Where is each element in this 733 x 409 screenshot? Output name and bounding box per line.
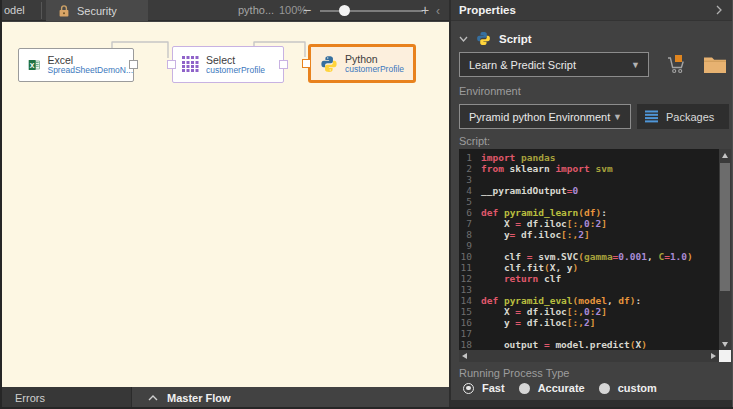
flow-canvas[interactable]: X Excel SpreadSheetDemoN... Select custo… <box>2 22 449 387</box>
code-line[interactable]: 8 y= df.iloc[:,2] <box>459 229 719 240</box>
environment-label: Environment <box>459 85 521 97</box>
properties-header: Properties <box>451 0 732 21</box>
packages-button[interactable]: Packages <box>637 104 729 129</box>
dropdown-caret-icon: ▼ <box>613 112 622 122</box>
marketplace-button[interactable] <box>665 53 687 79</box>
shopping-cart-icon <box>665 53 687 75</box>
input-port[interactable] <box>302 59 311 68</box>
script-type-value: Learn & Predict Script <box>469 59 576 71</box>
collapse-left-icon[interactable]: ‹ <box>436 4 440 18</box>
code-line[interactable]: 11 clf.fit(X, y) <box>459 262 719 273</box>
node-subtitle: customerProfile <box>206 66 265 76</box>
zoom-slider-thumb[interactable] <box>339 5 350 16</box>
radio-label: custom <box>618 382 657 394</box>
environment-value: Pyramid python Environment <box>469 111 610 123</box>
radio-option-accurate[interactable]: Accurate <box>519 382 585 394</box>
top-toolbar: odel Security pytho... 100% − + ‹ <box>2 0 449 21</box>
security-button[interactable]: Security <box>46 0 148 21</box>
radio-label: Accurate <box>538 382 585 394</box>
scroll-up-icon[interactable] <box>722 153 728 158</box>
scroll-right-icon[interactable] <box>711 353 716 359</box>
script-section-header[interactable]: Script <box>459 31 532 46</box>
horizontal-scrollbar[interactable] <box>459 350 719 362</box>
svg-text:X: X <box>30 62 35 69</box>
radio-option-custom[interactable]: custom <box>599 382 657 394</box>
list-icon <box>645 110 659 123</box>
code-line[interactable]: 15 X = df.iloc[:,0:2] <box>459 306 719 317</box>
chevron-up-icon <box>148 395 158 401</box>
chevron-right-icon[interactable] <box>716 5 722 15</box>
code-line[interactable]: 13 <box>459 284 719 295</box>
code-line[interactable]: 10 clf = svm.SVC(gamma=0.001, C=1.0) <box>459 251 719 262</box>
radio-unselected-icon[interactable] <box>599 383 610 394</box>
excel-icon: X <box>28 56 40 74</box>
code-line[interactable]: 12 return clf <box>459 273 719 284</box>
code-line[interactable]: 18 output = model.predict(X) <box>459 339 719 350</box>
zoom-in-button[interactable]: + <box>421 2 429 18</box>
running-process-type-label: Running Process Type <box>459 367 569 379</box>
vertical-scrollbar-thumb[interactable] <box>720 163 730 291</box>
code-line[interactable]: 1import pandas <box>459 152 719 163</box>
node-title: Select <box>206 54 265 66</box>
python-icon <box>476 31 491 46</box>
panel-bottom-strip <box>451 400 732 409</box>
master-flow-tab[interactable]: Master Flow <box>148 387 231 409</box>
input-port[interactable] <box>167 60 176 69</box>
toolbar-separator <box>41 2 42 19</box>
errors-label: Errors <box>15 392 45 404</box>
code-line[interactable]: 9 <box>459 240 719 251</box>
bottom-bar: Errors Master Flow <box>2 387 449 409</box>
model-menu-label[interactable]: odel <box>4 4 25 16</box>
script-code-editor[interactable]: 1import pandas2from sklearn import svm34… <box>459 149 731 362</box>
environment-dropdown[interactable]: Pyramid python Environment ▼ <box>459 104 631 129</box>
script-section-title: Script <box>499 33 532 45</box>
node-select[interactable]: Select customerProfile <box>172 46 284 83</box>
node-python-selected[interactable]: Python customerProfile <box>308 44 416 83</box>
folder-icon <box>703 55 727 74</box>
node-title: Python <box>345 53 404 65</box>
properties-title: Properties <box>459 4 516 16</box>
packages-label: Packages <box>666 111 714 123</box>
code-lines[interactable]: 1import pandas2from sklearn import svm34… <box>459 149 719 350</box>
script-type-dropdown[interactable]: Learn & Predict Script ▼ <box>459 52 649 77</box>
running-process-options: FastAccuratecustom <box>463 382 657 394</box>
master-flow-label: Master Flow <box>167 392 231 404</box>
lock-icon <box>58 4 70 18</box>
radio-selected-icon[interactable] <box>463 383 474 394</box>
properties-panel: Properties Script Learn & Predict Script… <box>449 0 733 409</box>
flow-tab-label[interactable]: pytho... <box>238 4 274 16</box>
chevron-down-icon <box>459 36 468 42</box>
code-line[interactable]: 3 <box>459 174 719 185</box>
dropdown-caret-icon: ▼ <box>631 60 640 70</box>
select-grid-icon <box>182 56 199 73</box>
code-line[interactable]: 17 <box>459 328 719 339</box>
node-excel[interactable]: X Excel SpreadSheetDemoN... <box>18 48 134 82</box>
code-line[interactable]: 5 <box>459 196 719 207</box>
code-line[interactable]: 6def pyramid_learn(df): <box>459 207 719 218</box>
app-window: odel Security pytho... 100% − + ‹ <box>0 0 733 409</box>
code-line[interactable]: 7 X = df.iloc[:,0:2] <box>459 218 719 229</box>
scroll-down-icon[interactable] <box>722 342 728 347</box>
node-subtitle: customerProfile <box>345 65 404 75</box>
open-script-button[interactable] <box>703 55 727 78</box>
vertical-scrollbar[interactable] <box>719 149 731 350</box>
scrollbar-corner <box>719 350 731 362</box>
radio-unselected-icon[interactable] <box>519 383 530 394</box>
node-subtitle: SpreadSheetDemoN... <box>47 66 133 76</box>
zoom-slider-track[interactable] <box>320 10 423 12</box>
zoom-out-button[interactable]: − <box>303 2 311 18</box>
radio-option-fast[interactable]: Fast <box>463 382 505 394</box>
code-line[interactable]: 16 y = df.iloc[:,2] <box>459 317 719 328</box>
scroll-left-icon[interactable] <box>462 353 467 359</box>
script-field-label: Script: <box>459 135 490 147</box>
security-label: Security <box>77 5 117 17</box>
python-icon <box>320 55 338 73</box>
output-port[interactable] <box>279 60 288 69</box>
code-line[interactable]: 2from sklearn import svm <box>459 163 719 174</box>
code-line[interactable]: 14def pyramid_eval(model, df): <box>459 295 719 306</box>
errors-tab[interactable]: Errors <box>2 387 132 409</box>
radio-label: Fast <box>482 382 505 394</box>
output-port[interactable] <box>129 60 138 69</box>
code-line[interactable]: 4__pyramidOutput=0 <box>459 185 719 196</box>
